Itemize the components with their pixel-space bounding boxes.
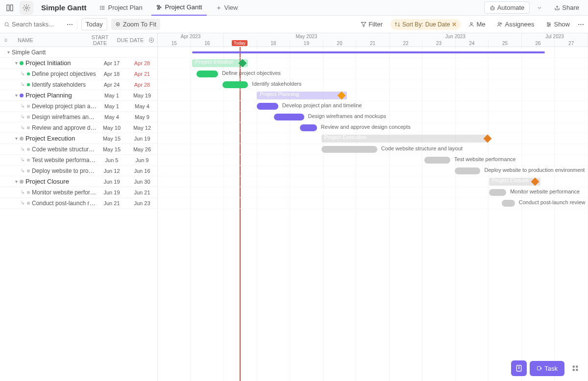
- task-bar[interactable]: Code website structure and layout: [321, 146, 377, 153]
- gantt-body[interactable]: Today Project InitiationDefine project o…: [158, 47, 588, 381]
- more-options[interactable]: ⋯: [578, 21, 584, 28]
- due-date: Jun 21: [127, 190, 157, 195]
- gantt-row[interactable]: Project Closure: [158, 176, 588, 187]
- new-task-button[interactable]: Task: [530, 361, 564, 376]
- search-options[interactable]: ⋯: [67, 21, 73, 28]
- gantt-row[interactable]: Conduct post-launch review: [158, 198, 588, 209]
- assignees-label: Assignees: [505, 21, 534, 28]
- me-button[interactable]: Me: [465, 19, 489, 30]
- note-icon: [515, 364, 523, 372]
- gantt-row[interactable]: Design wireframes and mockups: [158, 112, 588, 122]
- task-name: Review and approve design concepts: [32, 124, 97, 131]
- task-bar[interactable]: Conduct post-launch review: [502, 200, 514, 207]
- apps-button[interactable]: [567, 360, 583, 376]
- space-icon[interactable]: [20, 1, 33, 15]
- task-bar[interactable]: Test website performance: [424, 157, 450, 164]
- zoom-icon: [115, 22, 121, 27]
- task-bar[interactable]: Monitor website performance: [489, 189, 506, 196]
- gantt-row[interactable]: Test website performance: [158, 155, 588, 166]
- group-bar-label: Project Closure: [489, 177, 529, 183]
- start-date: Jun 21: [97, 200, 127, 206]
- gantt-row[interactable]: Deploy website to production environment: [158, 166, 588, 176]
- tab-project-gantt[interactable]: Project Gantt: [151, 0, 207, 16]
- space-title[interactable]: Simple Gantt: [37, 3, 91, 12]
- summary-bar[interactable]: [192, 51, 545, 53]
- start-date: Apr 24: [97, 82, 127, 88]
- task-row[interactable]: ↳Monitor website performanceJun 19Jun 21: [0, 187, 157, 198]
- col-start-header[interactable]: Start Date: [85, 34, 115, 46]
- quick-action-button[interactable]: [511, 360, 527, 376]
- filter-button[interactable]: Filter: [357, 19, 387, 30]
- due-date: May 9: [127, 114, 157, 120]
- tab-project-plan[interactable]: Project Plan: [95, 0, 147, 16]
- status-dot: [20, 137, 24, 141]
- due-date: Jun 9: [127, 157, 157, 163]
- gantt-row[interactable]: Define project objectives: [158, 69, 588, 79]
- task-row[interactable]: ↳Review and approve design conceptsMay 1…: [0, 122, 157, 133]
- share-button[interactable]: Share: [549, 2, 584, 13]
- gantt-row[interactable]: Develop project plan and timeline: [158, 101, 588, 112]
- gantt-row[interactable]: Review and approve design concepts: [158, 122, 588, 133]
- subtask-icon: ↳: [21, 146, 25, 152]
- gantt-row[interactable]: Project Initiation: [158, 58, 588, 69]
- sort-icon: [394, 22, 400, 27]
- task-bar[interactable]: Deploy website to production environment: [455, 167, 481, 174]
- task-bar[interactable]: Define project objectives: [196, 71, 218, 77]
- today-button[interactable]: Today: [81, 18, 107, 30]
- task-row[interactable]: ▾Project ClosureJun 19Jun 30: [0, 176, 157, 187]
- gantt-row[interactable]: Project Planning: [158, 90, 588, 101]
- group-bar-label: Project Planning: [257, 91, 299, 97]
- gantt-row[interactable]: Identify stakeholders: [158, 79, 588, 90]
- task-bar[interactable]: Review and approve design concepts: [300, 124, 317, 131]
- task-bar-label: Monitor website performance: [510, 189, 580, 194]
- sort-pill[interactable]: Sort By: Due Date ✕: [391, 19, 461, 30]
- automate-dropdown[interactable]: [534, 2, 545, 14]
- task-bar-label: Conduct post-launch review: [519, 199, 586, 205]
- task-row[interactable]: ↳Develop project plan and timelineMay 1M…: [0, 101, 157, 112]
- task-row[interactable]: ↳Identify stakeholdersApr 24Apr 28: [0, 79, 157, 90]
- content: NAME Start Date Due Date ▾Simple Gantt▾P…: [0, 33, 588, 381]
- due-date: May 4: [127, 103, 157, 109]
- task-row[interactable]: ↳Deploy website to production environmen…: [0, 166, 157, 176]
- gantt-row[interactable]: [158, 47, 588, 58]
- svg-point-14: [493, 8, 493, 8]
- task-row[interactable]: ▾Project PlanningMay 1May 19: [0, 90, 157, 101]
- col-name-header[interactable]: NAME: [12, 37, 85, 43]
- task-row[interactable]: ↳Code website structure and layoutMay 15…: [0, 144, 157, 155]
- zoom-to-fit-button[interactable]: Zoom To Fit: [111, 19, 160, 30]
- start-date: May 15: [97, 146, 127, 152]
- gantt-row[interactable]: Project Execution: [158, 133, 588, 144]
- search-input[interactable]: [12, 21, 61, 28]
- gantt-row[interactable]: Monitor website performance: [158, 187, 588, 198]
- assignees-button[interactable]: Assignees: [493, 19, 538, 30]
- due-date: May 12: [127, 125, 157, 131]
- subtask-icon: ↳: [21, 71, 25, 77]
- task-bar[interactable]: Develop project plan and timeline: [257, 103, 278, 110]
- start-date: Apr 17: [97, 60, 127, 66]
- add-column-button[interactable]: [146, 37, 157, 43]
- task-row[interactable]: ▾Project ExecutionMay 15Jun 19: [0, 133, 157, 144]
- task-status-dot: [27, 83, 30, 86]
- add-view-button[interactable]: ＋ View: [211, 3, 243, 12]
- task-name: Identify stakeholders: [32, 81, 97, 88]
- col-due-header[interactable]: Due Date: [115, 37, 146, 43]
- task-plus-icon: [537, 365, 542, 371]
- subtask-icon: ↳: [21, 157, 25, 163]
- task-row[interactable]: ↳Define project objectivesApr 18Apr 21: [0, 69, 157, 79]
- task-row[interactable]: ↳Design wireframes and mockupsMay 4May 9: [0, 112, 157, 122]
- task-row[interactable]: ▾Project InitiationApr 17Apr 28: [0, 58, 157, 69]
- task-list-panel: NAME Start Date Due Date ▾Simple Gantt▾P…: [0, 33, 158, 381]
- task-status-dot: [27, 116, 30, 119]
- show-button[interactable]: Show: [542, 19, 574, 30]
- expand-all-toggle[interactable]: [0, 37, 12, 43]
- sort-clear[interactable]: ✕: [452, 21, 457, 28]
- task-row[interactable]: ↳Test website performanceJun 5Jun 9: [0, 155, 157, 166]
- task-bar[interactable]: Identify stakeholders: [222, 81, 248, 88]
- task-status-dot: [27, 126, 30, 129]
- automate-button[interactable]: Automate: [484, 1, 530, 14]
- gantt-row[interactable]: Code website structure and layout: [158, 144, 588, 155]
- task-bar[interactable]: Design wireframes and mockups: [274, 114, 304, 120]
- task-row[interactable]: ▾Simple Gantt: [0, 47, 157, 58]
- task-row[interactable]: ↳Conduct post-launch reviewJun 21Jun 23: [0, 198, 157, 209]
- sidebar-toggle[interactable]: [4, 2, 16, 14]
